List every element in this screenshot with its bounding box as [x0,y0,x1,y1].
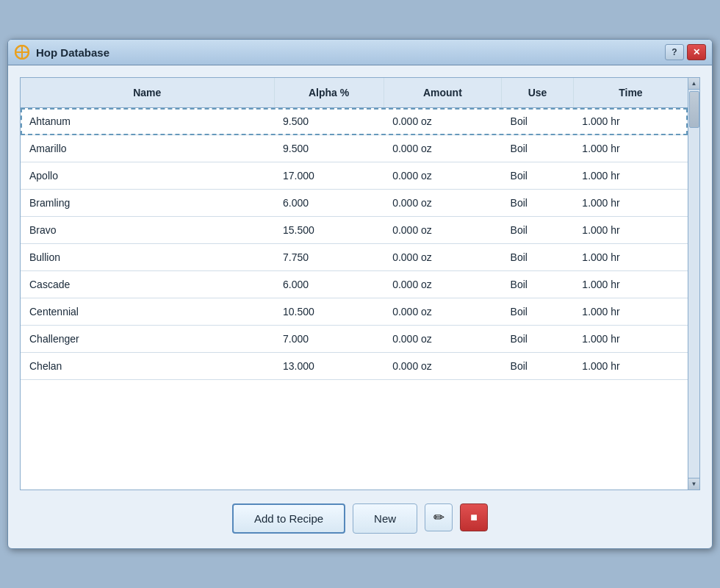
cell-name: Challenger [21,326,274,353]
cell-alpha: 6.000 [274,271,384,298]
scroll-thumb[interactable] [689,91,699,128]
cell-use: Boil [502,298,574,326]
add-to-recipe-button[interactable]: Add to Recipe [232,503,345,534]
hop-table-container: Name Alpha % Amount Use Time Ahtanum9.50… [20,77,700,490]
cell-use: Boil [502,244,574,271]
table-row[interactable]: Ahtanum9.5000.000 ozBoil1.000 hr [21,108,688,135]
cell-name: Ahtanum [21,108,274,135]
delete-icon: ■ [470,511,478,524]
cell-amount: 0.000 oz [384,217,501,244]
cell-time: 1.000 hr [573,162,688,190]
table-scroll-area[interactable]: Name Alpha % Amount Use Time Ahtanum9.50… [21,78,688,490]
cell-alpha: 9.500 [274,135,384,162]
cell-name: Amarillo [21,135,274,162]
main-window: Hop Database ? ✕ Name Alpha % Amount [7,39,713,549]
table-row[interactable]: Bramling6.0000.000 ozBoil1.000 hr [21,190,688,217]
scrollbar[interactable]: ▲ ▼ [688,78,699,490]
table-row[interactable]: Bullion7.7500.000 ozBoil1.000 hr [21,244,688,271]
cell-name: Bramling [21,190,274,217]
cell-alpha: 10.500 [274,298,384,326]
col-header-use: Use [502,78,574,108]
close-button[interactable]: ✕ [687,44,706,60]
col-header-alpha: Alpha % [274,78,384,108]
table-row[interactable]: Bravo15.5000.000 ozBoil1.000 hr [21,217,688,244]
help-button[interactable]: ? [665,44,684,60]
scroll-down-arrow[interactable]: ▼ [688,478,699,490]
cell-use: Boil [502,162,574,190]
app-icon [14,44,30,60]
cell-time: 1.000 hr [573,190,688,217]
cell-amount: 0.000 oz [384,244,501,271]
cell-use: Boil [502,108,574,135]
cell-time: 1.000 hr [573,108,688,135]
cell-use: Boil [502,217,574,244]
cell-alpha: 17.000 [274,162,384,190]
col-header-amount: Amount [384,78,501,108]
cell-use: Boil [502,271,574,298]
cell-time: 1.000 hr [573,353,688,380]
window-body: Name Alpha % Amount Use Time Ahtanum9.50… [8,65,712,548]
cell-time: 1.000 hr [573,135,688,162]
table-header-row: Name Alpha % Amount Use Time [21,78,688,108]
title-bar: Hop Database ? ✕ [8,40,712,65]
cell-alpha: 7.000 [274,326,384,353]
cell-time: 1.000 hr [573,244,688,271]
col-header-time: Time [573,78,688,108]
hop-table: Name Alpha % Amount Use Time Ahtanum9.50… [21,78,688,380]
cell-name: Bravo [21,217,274,244]
cell-amount: 0.000 oz [384,108,501,135]
cell-use: Boil [502,190,574,217]
cell-amount: 0.000 oz [384,135,501,162]
cell-amount: 0.000 oz [384,353,501,380]
cell-use: Boil [502,353,574,380]
table-row[interactable]: Challenger7.0000.000 ozBoil1.000 hr [21,326,688,353]
cell-alpha: 9.500 [274,108,384,135]
delete-button[interactable]: ■ [460,503,488,531]
cell-alpha: 6.000 [274,190,384,217]
title-bar-left: Hop Database [14,44,109,60]
cell-time: 1.000 hr [573,298,688,326]
cell-name: Chelan [21,353,274,380]
cell-alpha: 13.000 [274,353,384,380]
cell-alpha: 15.500 [274,217,384,244]
button-row: Add to Recipe New ✏ ■ [20,501,700,537]
table-row[interactable]: Centennial10.5000.000 ozBoil1.000 hr [21,298,688,326]
edit-button[interactable]: ✏ [425,503,453,531]
window-title: Hop Database [36,46,109,59]
scroll-up-arrow[interactable]: ▲ [688,78,699,90]
cell-time: 1.000 hr [573,217,688,244]
cell-name: Centennial [21,298,274,326]
cell-name: Apollo [21,162,274,190]
cell-amount: 0.000 oz [384,190,501,217]
col-header-name: Name [21,78,274,108]
cell-name: Cascade [21,271,274,298]
cell-use: Boil [502,135,574,162]
table-wrapper: Name Alpha % Amount Use Time Ahtanum9.50… [21,78,699,490]
cell-amount: 0.000 oz [384,298,501,326]
cell-use: Boil [502,326,574,353]
cell-time: 1.000 hr [573,271,688,298]
title-bar-buttons: ? ✕ [665,44,706,60]
new-button[interactable]: New [353,503,417,534]
table-row[interactable]: Amarillo9.5000.000 ozBoil1.000 hr [21,135,688,162]
table-row[interactable]: Cascade6.0000.000 ozBoil1.000 hr [21,271,688,298]
table-row[interactable]: Chelan13.0000.000 ozBoil1.000 hr [21,353,688,380]
cell-amount: 0.000 oz [384,326,501,353]
cell-alpha: 7.750 [274,244,384,271]
edit-icon: ✏ [433,509,444,526]
cell-amount: 0.000 oz [384,162,501,190]
table-row[interactable]: Apollo17.0000.000 ozBoil1.000 hr [21,162,688,190]
cell-amount: 0.000 oz [384,271,501,298]
cell-time: 1.000 hr [573,326,688,353]
cell-name: Bullion [21,244,274,271]
